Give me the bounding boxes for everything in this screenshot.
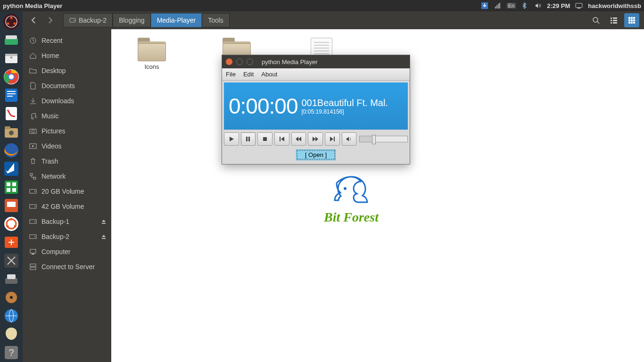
svg-rect-95: [248, 137, 250, 141]
tools-icon[interactable]: [2, 252, 21, 269]
vscode-icon[interactable]: [2, 160, 21, 177]
sidebar-item-home[interactable]: Home: [23, 48, 111, 63]
eject-icon[interactable]: [101, 219, 107, 224]
launcher-dock: ?: [0, 11, 23, 362]
menu-about[interactable]: About: [261, 71, 277, 78]
sidebar-item-backup-2[interactable]: Backup-2: [23, 229, 111, 244]
sidebar-item-label: Downloads: [41, 97, 74, 105]
watermark-text: Bit Forest: [311, 210, 391, 225]
sidebar-item-desktop[interactable]: Desktop: [23, 63, 111, 78]
network-signal-icon[interactable]: [494, 1, 502, 10]
open-button[interactable]: [ Open ]: [296, 149, 336, 160]
user-menu-icon[interactable]: [575, 1, 583, 10]
svg-rect-90: [32, 254, 34, 255]
volume-icon[interactable]: [534, 1, 542, 10]
sidebar-item-connect-server[interactable]: Connect to Server: [23, 259, 111, 274]
prev-track-button[interactable]: [274, 132, 289, 146]
music-icon: [29, 112, 37, 120]
svg-rect-71: [633, 19, 635, 21]
window-close-button[interactable]: [226, 58, 232, 65]
pause-button[interactable]: [241, 132, 256, 146]
playback-time: 0:00:00: [229, 93, 297, 119]
disc-icon[interactable]: [2, 289, 21, 306]
svg-point-58: [74, 20, 74, 21]
next-track-button[interactable]: [325, 132, 340, 146]
bluetooth-icon[interactable]: [520, 1, 529, 10]
breadcrumb-label: Tools: [208, 16, 223, 24]
rewind-button[interactable]: [291, 132, 306, 146]
chrome-icon[interactable]: [2, 68, 21, 85]
window-maximize-button[interactable]: [247, 58, 253, 65]
sidebar-item-label: Trash: [41, 157, 58, 165]
menu-edit[interactable]: Edit: [243, 71, 254, 78]
svg-rect-74: [633, 22, 635, 24]
network-icon: [29, 173, 37, 180]
breadcrumb-tools[interactable]: Tools: [202, 13, 230, 27]
volume-slider[interactable]: [359, 136, 408, 142]
active-window-title: python Media Player: [3, 2, 62, 9]
window-titlebar[interactable]: python Media Player: [222, 55, 410, 68]
firefox-icon[interactable]: [2, 142, 21, 159]
forward-button[interactable]: [308, 132, 323, 146]
downloads-indicator-icon[interactable]: [480, 1, 489, 10]
folder-icons[interactable]: Icons: [133, 38, 171, 70]
typewriter-icon[interactable]: [2, 271, 21, 288]
menubar: File Edit About: [222, 68, 410, 81]
clock[interactable]: 2:29 PM: [547, 2, 570, 9]
svg-rect-66: [628, 17, 630, 19]
archive-manager-icon[interactable]: [2, 50, 21, 67]
keyboard-layout-indicator[interactable]: En: [507, 3, 516, 8]
search-button[interactable]: [588, 13, 603, 27]
breadcrumb-media-player[interactable]: Media-Player: [151, 13, 202, 27]
scanner-app-icon[interactable]: [2, 32, 21, 49]
nav-forward-button[interactable]: [43, 14, 57, 27]
sidebar-item-videos[interactable]: Videos: [23, 139, 111, 154]
sidebar-item-recent[interactable]: Recent: [23, 33, 111, 48]
track-name: 001Beautiful Ft. Mal.: [301, 98, 388, 108]
eject-icon[interactable]: [101, 234, 107, 239]
breadcrumb-label: Media-Player: [157, 16, 196, 24]
help-icon[interactable]: ?: [2, 344, 21, 361]
ubuntu-help-icon[interactable]: [2, 215, 21, 232]
breadcrumb-backup-2[interactable]: Backup-2: [63, 13, 113, 27]
breadcrumb-blogging[interactable]: Blogging: [113, 13, 151, 27]
svg-rect-57: [70, 18, 75, 22]
player-controls: [222, 130, 410, 148]
username[interactable]: hackworldwithssb: [588, 2, 641, 9]
svg-rect-62: [611, 20, 612, 21]
sidebar-item-label: Home: [41, 52, 59, 59]
top-panel: python Media Player En 2:29 PM hackworld…: [0, 0, 644, 11]
sidebar-item-computer[interactable]: Computer: [23, 244, 111, 259]
sidebar-item-backup-1[interactable]: Backup-1: [23, 214, 111, 229]
dash-icon[interactable]: [2, 13, 21, 30]
software-center-icon[interactable]: [2, 234, 21, 251]
menu-file[interactable]: File: [226, 71, 236, 78]
sidebar-item-network[interactable]: Network: [23, 169, 111, 184]
sidebar-item-downloads[interactable]: Downloads: [23, 93, 111, 108]
svg-rect-37: [7, 202, 16, 207]
file-label: Icons: [133, 63, 171, 70]
pdf-viewer-icon[interactable]: [2, 105, 21, 122]
sidebar-item-label: Backup-2: [41, 233, 69, 240]
shell-icon[interactable]: [2, 326, 21, 343]
sidebar-item-trash[interactable]: Trash: [23, 154, 111, 169]
calc-icon[interactable]: [2, 179, 21, 196]
view-grid-button[interactable]: [624, 13, 639, 27]
globe-icon[interactable]: [2, 307, 21, 324]
svg-rect-60: [611, 17, 612, 19]
window-minimize-button[interactable]: [236, 58, 243, 65]
sidebar-item-vol-20[interactable]: 20 GB Volume: [23, 184, 111, 199]
sidebar-item-pictures[interactable]: Pictures: [23, 123, 111, 139]
sidebar-item-music[interactable]: Music: [23, 108, 111, 123]
stop-button[interactable]: [257, 132, 272, 146]
play-button[interactable]: [224, 132, 239, 146]
sidebar-item-documents[interactable]: Documents: [23, 78, 111, 93]
nav-back-button[interactable]: [27, 14, 41, 27]
impress-icon[interactable]: [2, 197, 21, 214]
mute-button[interactable]: [342, 132, 357, 146]
writer-icon[interactable]: [2, 87, 21, 104]
sidebar-item-label: Music: [41, 112, 59, 120]
sidebar-item-vol-42[interactable]: 42 GB Volume: [23, 199, 111, 214]
camera-folder-icon[interactable]: [2, 123, 21, 140]
view-list-button[interactable]: [606, 13, 621, 27]
